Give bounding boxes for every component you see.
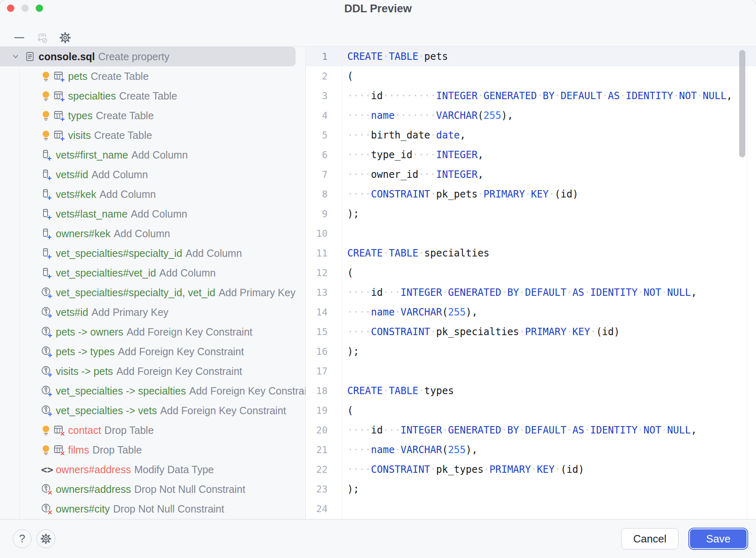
- code-line-20[interactable]: 20····id···INTEGER·GENERATED·BY·DEFAULT·…: [306, 420, 756, 440]
- code-line-10[interactable]: 10: [306, 224, 756, 243]
- ddl-editor-panel[interactable]: 1CREATE·TABLE·pets2(3····id·········INTE…: [306, 47, 756, 519]
- code-line-1[interactable]: 1CREATE·TABLE·pets: [306, 47, 756, 66]
- tree-row-vet_specialties#vet_id[interactable]: vet_specialties#vet_idAdd Column: [0, 263, 305, 283]
- line-number: 4: [306, 110, 342, 121]
- save-button[interactable]: Save: [690, 529, 747, 548]
- lightbulb-icon: [41, 91, 51, 102]
- tree-row-vet_specialties-vets[interactable]: vet_specialties -> vetsAdd Foreign Key C…: [0, 401, 305, 420]
- code-line-22[interactable]: 22····CONSTRAINT·pk_types·PRIMARY·KEY·(i…: [306, 460, 756, 479]
- code-line-8[interactable]: 8····CONSTRAINT·pk_pets·PRIMARY·KEY·(id): [306, 184, 756, 204]
- tree-row-console-sql[interactable]: console.sqlCreate property: [0, 47, 296, 66]
- table-add-icon: [53, 110, 65, 121]
- code-text: ····owner_id···INTEGER,: [342, 169, 483, 180]
- gear-toolbar-button[interactable]: [58, 31, 72, 45]
- cancel-button[interactable]: Cancel: [621, 528, 679, 549]
- tree-row-owners#address[interactable]: owners#addressDrop Not Null Constraint: [0, 479, 305, 499]
- line-number: 3: [306, 91, 342, 101]
- dialog-footer: ? Cancel Save: [0, 519, 756, 558]
- modify-type-icon: <>: [41, 464, 52, 476]
- code-line-23[interactable]: 23);: [306, 479, 756, 499]
- code-text: (: [342, 70, 353, 82]
- code-text: ····name·VARCHAR(255),: [342, 306, 478, 318]
- editor-right-border: [747, 47, 747, 519]
- tree-item-name: contact: [68, 424, 101, 436]
- changes-tree-panel[interactable]: console.sqlCreate property petsCreate Ta…: [0, 47, 306, 519]
- line-number: 1: [306, 51, 342, 62]
- code-text: ····birth_date·date,: [342, 129, 466, 141]
- tree-row-vets#id[interactable]: vets#idAdd Primary Key: [0, 302, 305, 322]
- table-drop-icon: [53, 444, 65, 456]
- tree-item-action: Add Foreign Key Constraint: [118, 346, 244, 357]
- tree-row-vet_specialties-specialties[interactable]: vet_specialties -> specialtiesAdd Foreig…: [0, 381, 305, 401]
- code-line-21[interactable]: 21····name·VARCHAR(255),: [306, 440, 756, 460]
- line-number: 16: [306, 346, 342, 357]
- tree-row-vet_specialties#specialty_id-vet_id[interactable]: vet_specialties#specialty_id, vet_idAdd …: [0, 283, 305, 302]
- tree-item-name: vets#id: [56, 169, 88, 180]
- footer-left-actions: ?: [13, 529, 55, 548]
- code-line-18[interactable]: 18CREATE·TABLE·types: [306, 381, 756, 401]
- tree-row-vets#kek[interactable]: vets#kekAdd Column: [0, 184, 305, 204]
- tree-row-types[interactable]: typesCreate Table: [0, 106, 305, 125]
- code-line-15[interactable]: 15····CONSTRAINT·pk_specialties·PRIMARY·…: [306, 322, 756, 342]
- tree-row-vets#last_name[interactable]: vets#last_nameAdd Column: [0, 204, 305, 224]
- line-number: 7: [306, 169, 342, 180]
- lightbulb-icon: [41, 130, 51, 141]
- code-text: (: [342, 267, 353, 279]
- line-number: 2: [306, 71, 342, 82]
- editor-vertical-scrollbar[interactable]: [739, 50, 745, 157]
- code-text: (: [342, 405, 353, 416]
- table-add-icon: [53, 70, 65, 82]
- tree-row-pets-owners[interactable]: pets -> ownersAdd Foreign Key Constraint: [0, 322, 305, 342]
- chevron-down-icon[interactable]: [11, 52, 20, 61]
- tree-item-name: vets#id: [56, 306, 88, 318]
- tree-row-contact[interactable]: contactDrop Table: [0, 420, 305, 440]
- tree-item-action: Add Foreign Key Constraint: [127, 326, 253, 338]
- tree-row-vets#id[interactable]: vets#idAdd Column: [0, 165, 305, 184]
- code-line-7[interactable]: 7····owner_id···INTEGER,: [306, 165, 756, 184]
- line-number: 19: [306, 405, 342, 416]
- minus-toolbar-button[interactable]: [12, 31, 26, 45]
- lightbulb-icon: [41, 110, 51, 121]
- tree-row-vets#first_name[interactable]: vets#first_nameAdd Column: [0, 145, 305, 165]
- code-line-5[interactable]: 5····birth_date·date,: [306, 125, 756, 145]
- tree-row-vet_specialties#specialty_id[interactable]: vet_specialties#specialty_idAdd Column: [0, 243, 305, 263]
- tree-row-owners#address[interactable]: <>owners#addressModify Data Type: [0, 460, 305, 479]
- tree-row-pets-types[interactable]: pets -> typesAdd Foreign Key Constraint: [0, 342, 305, 361]
- code-line-17[interactable]: 17: [306, 361, 756, 381]
- help-button[interactable]: ?: [13, 529, 32, 548]
- code-line-16[interactable]: 16);: [306, 342, 756, 361]
- code-line-2[interactable]: 2(: [306, 66, 756, 86]
- code-text: ····type_id····INTEGER,: [342, 149, 483, 161]
- tree-row-visits[interactable]: visitsCreate Table: [0, 125, 305, 145]
- key-add-icon: [41, 405, 52, 416]
- tree-toolbar: [12, 29, 72, 46]
- tree-item-name: specialties: [68, 90, 116, 102]
- tree-row-owners#city[interactable]: owners#cityDrop Not Null Constraint: [0, 499, 305, 519]
- footer-settings-button[interactable]: [36, 529, 55, 548]
- tree-item-name: visits: [68, 129, 91, 141]
- code-text: ····CONSTRAINT·pk_specialties·PRIMARY·KE…: [342, 326, 620, 338]
- tree-row-specialties[interactable]: specialtiesCreate Table: [0, 86, 305, 106]
- tree-item-action: Create Table: [119, 90, 177, 102]
- code-line-14[interactable]: 14····name·VARCHAR(255),: [306, 302, 756, 322]
- code-line-9[interactable]: 9);: [306, 204, 756, 224]
- column-add-icon: [41, 247, 52, 259]
- tree-row-films[interactable]: filmsDrop Table: [0, 440, 305, 460]
- code-line-3[interactable]: 3····id·········INTEGER·GENERATED·BY·DEF…: [306, 86, 756, 106]
- tree-item-name: pets -> owners: [56, 326, 123, 338]
- code-text: );: [342, 483, 359, 495]
- code-line-4[interactable]: 4····name·······VARCHAR(255),: [306, 106, 756, 125]
- code-line-12[interactable]: 12(: [306, 263, 756, 283]
- code-line-6[interactable]: 6····type_id····INTEGER,: [306, 145, 756, 165]
- tree-row-pets[interactable]: petsCreate Table: [0, 66, 305, 86]
- code-text: ····id·········INTEGER·GENERATED·BY·DEFA…: [342, 90, 732, 102]
- tree-item-action: Add Column: [91, 169, 148, 180]
- tree-row-owners#kek[interactable]: owners#kekAdd Column: [0, 224, 305, 243]
- column-add-icon: [41, 267, 52, 279]
- line-number: 6: [306, 150, 342, 160]
- code-line-19[interactable]: 19(: [306, 401, 756, 420]
- code-line-11[interactable]: 11CREATE·TABLE·specialties: [306, 243, 756, 263]
- code-line-13[interactable]: 13····id···INTEGER·GENERATED·BY·DEFAULT·…: [306, 283, 756, 302]
- tree-row-visits-pets[interactable]: visits -> petsAdd Foreign Key Constraint: [0, 361, 305, 381]
- code-line-24[interactable]: 24: [306, 499, 756, 519]
